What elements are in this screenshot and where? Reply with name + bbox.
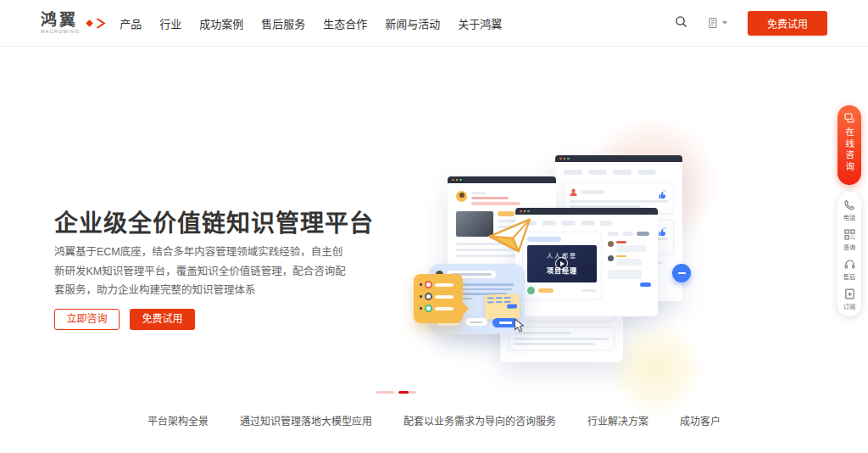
hero-description: 鸿翼基于ECM底座，结合多年内容管理领域实践经验，自主创新研发KM知识管理平台，… <box>54 243 353 300</box>
link-industry-solutions[interactable]: 行业解决方案 <box>587 413 648 428</box>
hero-illustration: 人人都是 项目经理 <box>415 120 708 374</box>
video-player[interactable]: 人人都是 项目经理 <box>527 245 597 282</box>
mock-avatar <box>456 191 467 202</box>
brand-name: 鸿翼 <box>41 12 80 28</box>
chevron-down-icon <box>722 21 727 25</box>
brand-logo[interactable]: 鸿翼 MACROWING <box>41 12 106 35</box>
mock-share-button <box>672 264 691 282</box>
top-navigation: 鸿翼 MACROWING 产品 行业 成功案例 售后服务 生态合作 新闻与活动 … <box>0 0 868 47</box>
mock-chat-column <box>608 232 651 299</box>
nav-item-industry[interactable]: 行业 <box>159 15 181 31</box>
page-title: 企业级全价值链知识管理平台 <box>54 204 374 238</box>
hero-free-trial-button[interactable]: 免费试用 <box>130 309 195 330</box>
video-title-line2: 项目经理 <box>527 266 597 275</box>
carousel-dot-1[interactable] <box>376 391 394 394</box>
hero-section: 企业级全价值链知识管理平台 鸿翼基于ECM底座，结合多年内容管理领域实践经验，自… <box>0 47 868 410</box>
phone-icon <box>844 199 855 210</box>
quick-links: 平台架构全景 通过知识管理落地大模型应用 配套以业务需求为导向的咨询服务 行业解… <box>0 413 868 428</box>
language-selector[interactable] <box>708 17 727 29</box>
mock-window-titlebar <box>555 155 682 162</box>
nav-item-ecosystem[interactable]: 生态合作 <box>323 15 367 31</box>
main-menu: 产品 行业 成功案例 售后服务 生态合作 新闻与活动 关于鸿翼 <box>120 15 502 31</box>
link-consulting-service[interactable]: 配套以业务需求为导向的咨询服务 <box>403 413 556 428</box>
paper-plane-icon <box>487 217 536 257</box>
nav-item-service[interactable]: 售后服务 <box>261 15 305 31</box>
subscribe-icon <box>844 288 855 299</box>
mock-members-card <box>414 274 463 323</box>
brand-arrow-icon <box>86 18 106 29</box>
mock-window-titlebar <box>515 208 658 215</box>
online-consult-label: 在线咨询 <box>845 127 854 173</box>
mock-window-video: 人人都是 项目经理 <box>515 208 658 316</box>
online-consult-button[interactable]: 在线咨询 <box>837 105 861 185</box>
after-sales-support[interactable]: 售后 <box>843 259 856 281</box>
link-success-customers[interactable]: 成功客户 <box>680 413 721 428</box>
mock-sticky-note <box>485 294 520 319</box>
search-icon[interactable] <box>675 15 687 31</box>
link-platform-architecture[interactable]: 平台架构全景 <box>147 413 209 428</box>
carousel-dot-2[interactable] <box>398 391 416 394</box>
floating-contact-bar: 在线咨询 电话 咨询 售后 <box>837 105 861 316</box>
mouse-cursor-icon <box>514 318 526 333</box>
contact-tools: 电话 咨询 售后 订阅 <box>837 192 861 316</box>
nav-item-cases[interactable]: 成功案例 <box>199 15 243 31</box>
carousel-indicators <box>376 391 416 394</box>
language-icon <box>708 17 719 29</box>
nav-item-products[interactable]: 产品 <box>120 15 142 31</box>
mock-avatar <box>527 287 535 294</box>
thumbs-up-icon <box>658 190 668 200</box>
qr-code-icon <box>844 229 855 240</box>
consult-now-button[interactable]: 立即咨询 <box>54 309 120 330</box>
link-llm-application[interactable]: 通过知识管理落地大模型应用 <box>240 413 372 428</box>
mock-window-titlebar <box>448 176 556 183</box>
person-icon <box>570 188 577 196</box>
qr-consult[interactable]: 咨询 <box>843 229 856 251</box>
brand-subname: MACROWING <box>41 30 80 35</box>
headset-icon <box>844 259 855 270</box>
subscribe[interactable]: 订阅 <box>843 288 856 310</box>
nav-item-news[interactable]: 新闻与活动 <box>385 15 440 31</box>
thumbs-up-icon <box>658 227 668 238</box>
phone-contact[interactable]: 电话 <box>843 199 856 221</box>
nav-free-trial-button[interactable]: 免费试用 <box>748 11 827 36</box>
chat-icon <box>844 113 855 123</box>
nav-item-about[interactable]: 关于鸿翼 <box>458 15 502 31</box>
